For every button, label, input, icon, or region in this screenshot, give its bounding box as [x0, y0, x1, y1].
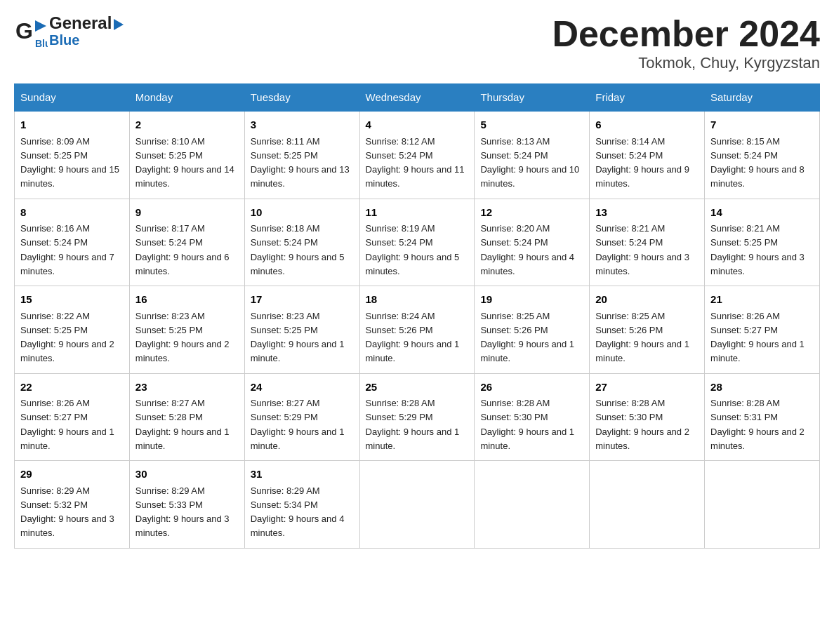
day-info: Sunrise: 8:28 AMSunset: 5:29 PMDaylight:…: [366, 398, 460, 451]
day-info: Sunrise: 8:22 AMSunset: 5:25 PMDaylight:…: [20, 311, 114, 364]
day-number: 18: [366, 292, 469, 308]
day-cell: [475, 461, 590, 549]
day-cell: 15 Sunrise: 8:22 AMSunset: 5:25 PMDaylig…: [15, 286, 130, 374]
day-info: Sunrise: 8:20 AMSunset: 5:24 PMDaylight:…: [480, 223, 574, 276]
day-info: Sunrise: 8:26 AMSunset: 5:27 PMDaylight:…: [20, 398, 114, 451]
day-number: 25: [366, 380, 469, 396]
day-info: Sunrise: 8:24 AMSunset: 5:26 PMDaylight:…: [366, 311, 460, 364]
day-number: 23: [135, 380, 239, 396]
day-cell: 5 Sunrise: 8:13 AMSunset: 5:24 PMDayligh…: [475, 111, 590, 199]
day-info: Sunrise: 8:09 AMSunset: 5:25 PMDaylight:…: [20, 136, 119, 189]
day-info: Sunrise: 8:28 AMSunset: 5:30 PMDaylight:…: [595, 398, 689, 451]
day-number: 19: [480, 292, 583, 308]
day-number: 27: [595, 380, 699, 396]
day-info: Sunrise: 8:26 AMSunset: 5:27 PMDaylight:…: [710, 311, 805, 364]
day-cell: [705, 461, 820, 549]
day-info: Sunrise: 8:11 AMSunset: 5:25 PMDaylight:…: [251, 136, 350, 189]
day-number: 2: [135, 117, 239, 133]
header-wednesday: Wednesday: [359, 84, 475, 112]
day-info: Sunrise: 8:16 AMSunset: 5:24 PMDaylight:…: [20, 223, 114, 276]
day-number: 21: [710, 292, 814, 308]
page-header: G Blue General Blue December 2024 Tokmok…: [14, 14, 820, 72]
day-cell: 29 Sunrise: 8:29 AMSunset: 5:32 PMDaylig…: [15, 461, 130, 549]
day-number: 28: [710, 380, 814, 396]
svg-text:G: G: [15, 18, 33, 43]
day-cell: 19 Sunrise: 8:25 AMSunset: 5:26 PMDaylig…: [475, 286, 590, 374]
day-cell: 10 Sunrise: 8:18 AMSunset: 5:24 PMDaylig…: [244, 199, 359, 286]
day-number: 9: [135, 205, 239, 221]
day-info: Sunrise: 8:23 AMSunset: 5:25 PMDaylight:…: [135, 311, 230, 364]
day-number: 6: [595, 117, 699, 133]
day-cell: 17 Sunrise: 8:23 AMSunset: 5:25 PMDaylig…: [244, 286, 359, 374]
day-info: Sunrise: 8:27 AMSunset: 5:28 PMDaylight:…: [135, 398, 230, 451]
day-cell: 27 Sunrise: 8:28 AMSunset: 5:30 PMDaylig…: [590, 373, 705, 461]
svg-text:Blue: Blue: [35, 38, 48, 48]
day-number: 24: [251, 380, 354, 396]
week-row-1: 1 Sunrise: 8:09 AMSunset: 5:25 PMDayligh…: [15, 111, 820, 199]
logo-icon: G Blue: [14, 15, 48, 48]
day-cell: 8 Sunrise: 8:16 AMSunset: 5:24 PMDayligh…: [15, 199, 130, 286]
day-cell: [590, 461, 705, 549]
header-sunday: Sunday: [15, 84, 130, 112]
day-info: Sunrise: 8:13 AMSunset: 5:24 PMDaylight:…: [480, 136, 579, 189]
day-cell: 14 Sunrise: 8:21 AMSunset: 5:25 PMDaylig…: [705, 199, 820, 286]
day-cell: 25 Sunrise: 8:28 AMSunset: 5:29 PMDaylig…: [359, 373, 475, 461]
day-number: 10: [251, 205, 354, 221]
day-cell: 4 Sunrise: 8:12 AMSunset: 5:24 PMDayligh…: [359, 111, 475, 199]
header-tuesday: Tuesday: [244, 84, 359, 112]
day-info: Sunrise: 8:12 AMSunset: 5:24 PMDaylight:…: [366, 136, 465, 189]
calendar-title: December 2024: [552, 14, 820, 54]
day-info: Sunrise: 8:21 AMSunset: 5:25 PMDaylight:…: [710, 223, 805, 276]
day-number: 3: [251, 117, 354, 133]
week-row-4: 22 Sunrise: 8:26 AMSunset: 5:27 PMDaylig…: [15, 373, 820, 461]
day-cell: 16 Sunrise: 8:23 AMSunset: 5:25 PMDaylig…: [129, 286, 244, 374]
logo-blue-text: Blue: [49, 32, 124, 48]
day-info: Sunrise: 8:19 AMSunset: 5:24 PMDaylight:…: [366, 223, 460, 276]
day-info: Sunrise: 8:10 AMSunset: 5:25 PMDaylight:…: [135, 136, 234, 189]
day-cell: 31 Sunrise: 8:29 AMSunset: 5:34 PMDaylig…: [244, 461, 359, 549]
day-number: 29: [20, 467, 124, 483]
day-number: 17: [251, 292, 354, 308]
day-info: Sunrise: 8:23 AMSunset: 5:25 PMDaylight:…: [251, 311, 345, 364]
day-number: 5: [480, 117, 583, 133]
day-info: Sunrise: 8:21 AMSunset: 5:24 PMDaylight:…: [595, 223, 689, 276]
day-number: 8: [20, 205, 124, 221]
day-cell: 30 Sunrise: 8:29 AMSunset: 5:33 PMDaylig…: [129, 461, 244, 549]
day-cell: 2 Sunrise: 8:10 AMSunset: 5:25 PMDayligh…: [129, 111, 244, 199]
logo-general-text: General: [49, 14, 124, 32]
calendar-header-row: SundayMondayTuesdayWednesdayThursdayFrid…: [15, 84, 820, 112]
day-info: Sunrise: 8:28 AMSunset: 5:30 PMDaylight:…: [480, 398, 574, 451]
day-cell: 28 Sunrise: 8:28 AMSunset: 5:31 PMDaylig…: [705, 373, 820, 461]
day-cell: 24 Sunrise: 8:27 AMSunset: 5:29 PMDaylig…: [244, 373, 359, 461]
day-number: 15: [20, 292, 124, 308]
day-number: 16: [135, 292, 239, 308]
logo: G Blue General Blue: [14, 14, 124, 48]
day-number: 22: [20, 380, 124, 396]
day-cell: 9 Sunrise: 8:17 AMSunset: 5:24 PMDayligh…: [129, 199, 244, 286]
day-cell: 12 Sunrise: 8:20 AMSunset: 5:24 PMDaylig…: [475, 199, 590, 286]
header-monday: Monday: [129, 84, 244, 112]
day-cell: [359, 461, 475, 549]
week-row-3: 15 Sunrise: 8:22 AMSunset: 5:25 PMDaylig…: [15, 286, 820, 374]
day-info: Sunrise: 8:27 AMSunset: 5:29 PMDaylight:…: [251, 398, 345, 451]
header-thursday: Thursday: [475, 84, 590, 112]
day-cell: 22 Sunrise: 8:26 AMSunset: 5:27 PMDaylig…: [15, 373, 130, 461]
day-number: 12: [480, 205, 583, 221]
day-number: 31: [251, 467, 354, 483]
day-cell: 13 Sunrise: 8:21 AMSunset: 5:24 PMDaylig…: [590, 199, 705, 286]
day-cell: 3 Sunrise: 8:11 AMSunset: 5:25 PMDayligh…: [244, 111, 359, 199]
day-cell: 11 Sunrise: 8:19 AMSunset: 5:24 PMDaylig…: [359, 199, 475, 286]
day-cell: 7 Sunrise: 8:15 AMSunset: 5:24 PMDayligh…: [705, 111, 820, 199]
day-info: Sunrise: 8:25 AMSunset: 5:26 PMDaylight:…: [595, 311, 689, 364]
day-info: Sunrise: 8:17 AMSunset: 5:24 PMDaylight:…: [135, 223, 230, 276]
day-cell: 18 Sunrise: 8:24 AMSunset: 5:26 PMDaylig…: [359, 286, 475, 374]
day-info: Sunrise: 8:18 AMSunset: 5:24 PMDaylight:…: [251, 223, 345, 276]
calendar-table: SundayMondayTuesdayWednesdayThursdayFrid…: [14, 83, 820, 549]
day-number: 11: [366, 205, 469, 221]
day-number: 20: [595, 292, 699, 308]
calendar-title-area: December 2024 Tokmok, Chuy, Kyrgyzstan: [552, 14, 820, 72]
day-cell: 26 Sunrise: 8:28 AMSunset: 5:30 PMDaylig…: [475, 373, 590, 461]
header-saturday: Saturday: [705, 84, 820, 112]
day-info: Sunrise: 8:29 AMSunset: 5:32 PMDaylight:…: [20, 485, 114, 539]
day-number: 4: [366, 117, 469, 133]
